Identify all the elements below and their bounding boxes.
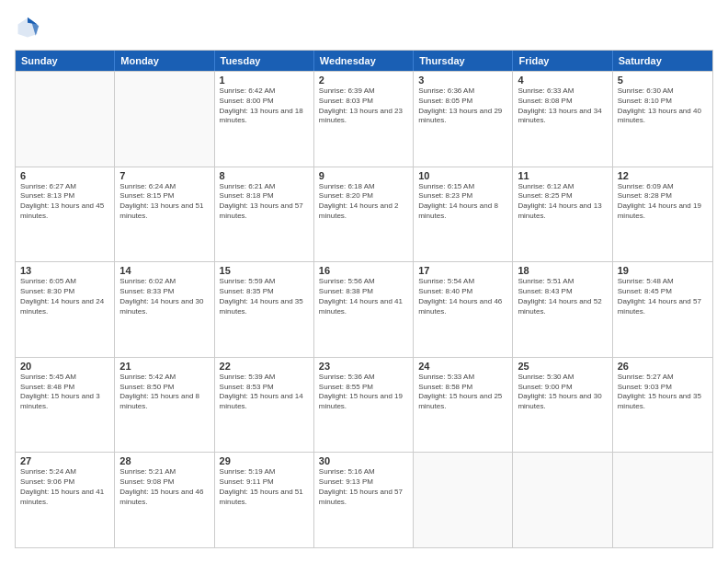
day-number: 30 <box>319 455 408 466</box>
day-info: Sunrise: 5:27 AM Sunset: 9:03 PM Dayligh… <box>618 373 708 412</box>
calendar-empty-cell <box>414 453 513 547</box>
day-info: Sunrise: 6:27 AM Sunset: 8:13 PM Dayligh… <box>20 182 109 222</box>
day-info: Sunrise: 6:33 AM Sunset: 8:08 PM Dayligh… <box>518 86 607 126</box>
calendar-header: SundayMondayTuesdayWednesdayThursdayFrid… <box>16 51 712 71</box>
day-info: Sunrise: 5:39 AM Sunset: 8:53 PM Dayligh… <box>220 373 309 412</box>
day-info: Sunrise: 5:59 AM Sunset: 8:35 PM Dayligh… <box>220 277 309 316</box>
calendar-empty-cell <box>16 72 115 167</box>
calendar-day-1: 1Sunrise: 6:42 AM Sunset: 8:00 PM Daylig… <box>215 72 314 167</box>
calendar-day-13: 13Sunrise: 6:05 AM Sunset: 8:30 PM Dayli… <box>16 262 115 357</box>
day-info: Sunrise: 6:21 AM Sunset: 8:18 PM Dayligh… <box>220 182 309 222</box>
calendar-week-1: 1Sunrise: 6:42 AM Sunset: 8:00 PM Daylig… <box>16 71 712 167</box>
calendar-empty-cell <box>513 453 612 547</box>
calendar-day-14: 14Sunrise: 6:02 AM Sunset: 8:33 PM Dayli… <box>115 262 214 357</box>
day-number: 23 <box>319 361 408 372</box>
day-number: 15 <box>220 265 309 276</box>
day-info: Sunrise: 5:33 AM Sunset: 8:58 PM Dayligh… <box>418 373 507 412</box>
day-number: 25 <box>518 361 607 372</box>
calendar-day-25: 25Sunrise: 5:30 AM Sunset: 9:00 PM Dayli… <box>513 358 612 453</box>
day-info: Sunrise: 6:39 AM Sunset: 8:03 PM Dayligh… <box>319 86 408 126</box>
logo-icon <box>15 15 40 40</box>
day-info: Sunrise: 5:42 AM Sunset: 8:50 PM Dayligh… <box>119 373 209 412</box>
calendar-day-29: 29Sunrise: 5:19 AM Sunset: 9:11 PM Dayli… <box>215 453 314 547</box>
day-info: Sunrise: 6:18 AM Sunset: 8:20 PM Dayligh… <box>319 182 408 222</box>
day-number: 19 <box>618 265 708 276</box>
day-number: 2 <box>319 75 408 86</box>
day-info: Sunrise: 5:36 AM Sunset: 8:55 PM Dayligh… <box>319 373 408 412</box>
calendar-week-3: 13Sunrise: 6:05 AM Sunset: 8:30 PM Dayli… <box>16 261 712 357</box>
day-info: Sunrise: 5:19 AM Sunset: 9:11 PM Dayligh… <box>220 467 309 507</box>
calendar-day-2: 2Sunrise: 6:39 AM Sunset: 8:03 PM Daylig… <box>314 72 414 167</box>
calendar-day-27: 27Sunrise: 5:24 AM Sunset: 9:06 PM Dayli… <box>16 453 115 547</box>
calendar-week-4: 20Sunrise: 5:45 AM Sunset: 8:48 PM Dayli… <box>16 357 712 453</box>
day-number: 14 <box>119 265 209 276</box>
day-number: 11 <box>518 170 607 181</box>
calendar-day-8: 8Sunrise: 6:21 AM Sunset: 8:18 PM Daylig… <box>215 167 314 262</box>
calendar-day-17: 17Sunrise: 5:54 AM Sunset: 8:40 PM Dayli… <box>414 262 513 357</box>
day-number: 7 <box>119 170 209 181</box>
day-info: Sunrise: 6:36 AM Sunset: 8:05 PM Dayligh… <box>418 86 507 126</box>
calendar-day-4: 4Sunrise: 6:33 AM Sunset: 8:08 PM Daylig… <box>513 72 612 167</box>
day-number: 21 <box>119 361 209 372</box>
day-number: 27 <box>20 455 109 466</box>
calendar-day-16: 16Sunrise: 5:56 AM Sunset: 8:38 PM Dayli… <box>314 262 414 357</box>
day-info: Sunrise: 5:16 AM Sunset: 9:13 PM Dayligh… <box>319 467 408 507</box>
calendar-day-15: 15Sunrise: 5:59 AM Sunset: 8:35 PM Dayli… <box>215 262 314 357</box>
day-info: Sunrise: 6:24 AM Sunset: 8:15 PM Dayligh… <box>119 182 209 222</box>
day-number: 29 <box>220 455 309 466</box>
day-number: 5 <box>618 75 708 86</box>
day-number: 26 <box>618 361 708 372</box>
calendar-empty-cell <box>115 72 214 167</box>
day-number: 20 <box>20 361 109 372</box>
calendar-day-12: 12Sunrise: 6:09 AM Sunset: 8:28 PM Dayli… <box>613 167 712 262</box>
calendar-header-saturday: Saturday <box>613 51 712 71</box>
calendar-day-9: 9Sunrise: 6:18 AM Sunset: 8:20 PM Daylig… <box>314 167 414 262</box>
day-number: 3 <box>418 75 507 86</box>
day-info: Sunrise: 5:51 AM Sunset: 8:43 PM Dayligh… <box>518 277 607 316</box>
day-info: Sunrise: 6:09 AM Sunset: 8:28 PM Dayligh… <box>618 182 708 222</box>
calendar-header-friday: Friday <box>513 51 612 71</box>
day-number: 1 <box>220 75 309 86</box>
calendar-day-10: 10Sunrise: 6:15 AM Sunset: 8:23 PM Dayli… <box>414 167 513 262</box>
day-number: 8 <box>220 170 309 181</box>
calendar-body: 1Sunrise: 6:42 AM Sunset: 8:00 PM Daylig… <box>16 71 712 547</box>
day-number: 18 <box>518 265 607 276</box>
calendar: SundayMondayTuesdayWednesdayThursdayFrid… <box>15 50 713 548</box>
day-number: 9 <box>319 170 408 181</box>
day-number: 10 <box>418 170 507 181</box>
calendar-day-3: 3Sunrise: 6:36 AM Sunset: 8:05 PM Daylig… <box>414 72 513 167</box>
day-info: Sunrise: 5:48 AM Sunset: 8:45 PM Dayligh… <box>618 277 708 316</box>
calendar-day-21: 21Sunrise: 5:42 AM Sunset: 8:50 PM Dayli… <box>115 358 214 453</box>
day-number: 22 <box>220 361 309 372</box>
calendar-day-28: 28Sunrise: 5:21 AM Sunset: 9:08 PM Dayli… <box>115 453 214 547</box>
day-number: 17 <box>418 265 507 276</box>
calendar-header-sunday: Sunday <box>16 51 115 71</box>
day-number: 13 <box>20 265 109 276</box>
logo <box>15 15 44 40</box>
day-number: 16 <box>319 265 408 276</box>
calendar-day-11: 11Sunrise: 6:12 AM Sunset: 8:25 PM Dayli… <box>513 167 612 262</box>
calendar-day-7: 7Sunrise: 6:24 AM Sunset: 8:15 PM Daylig… <box>115 167 214 262</box>
day-info: Sunrise: 6:30 AM Sunset: 8:10 PM Dayligh… <box>618 86 708 126</box>
calendar-day-23: 23Sunrise: 5:36 AM Sunset: 8:55 PM Dayli… <box>314 358 414 453</box>
day-info: Sunrise: 5:30 AM Sunset: 9:00 PM Dayligh… <box>518 373 607 412</box>
day-number: 4 <box>518 75 607 86</box>
calendar-week-5: 27Sunrise: 5:24 AM Sunset: 9:06 PM Dayli… <box>16 452 712 547</box>
calendar-day-6: 6Sunrise: 6:27 AM Sunset: 8:13 PM Daylig… <box>16 167 115 262</box>
calendar-empty-cell <box>613 453 712 547</box>
calendar-header-wednesday: Wednesday <box>314 51 414 71</box>
calendar-day-22: 22Sunrise: 5:39 AM Sunset: 8:53 PM Dayli… <box>215 358 314 453</box>
day-info: Sunrise: 6:02 AM Sunset: 8:33 PM Dayligh… <box>119 277 209 316</box>
day-info: Sunrise: 6:12 AM Sunset: 8:25 PM Dayligh… <box>518 182 607 222</box>
day-number: 6 <box>20 170 109 181</box>
calendar-day-18: 18Sunrise: 5:51 AM Sunset: 8:43 PM Dayli… <box>513 262 612 357</box>
calendar-day-24: 24Sunrise: 5:33 AM Sunset: 8:58 PM Dayli… <box>414 358 513 453</box>
day-info: Sunrise: 6:42 AM Sunset: 8:00 PM Dayligh… <box>220 86 309 126</box>
calendar-day-30: 30Sunrise: 5:16 AM Sunset: 9:13 PM Dayli… <box>314 453 414 547</box>
calendar-header-monday: Monday <box>115 51 214 71</box>
day-info: Sunrise: 5:54 AM Sunset: 8:40 PM Dayligh… <box>418 277 507 316</box>
calendar-header-tuesday: Tuesday <box>215 51 314 71</box>
calendar-header-thursday: Thursday <box>414 51 513 71</box>
calendar-week-2: 6Sunrise: 6:27 AM Sunset: 8:13 PM Daylig… <box>16 167 712 262</box>
day-info: Sunrise: 6:15 AM Sunset: 8:23 PM Dayligh… <box>418 182 507 222</box>
